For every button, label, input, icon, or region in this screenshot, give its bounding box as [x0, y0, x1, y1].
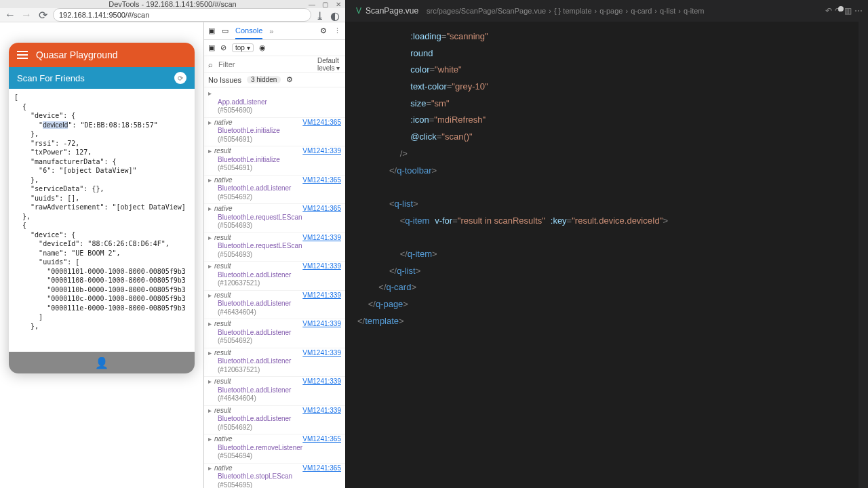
source-link[interactable]: VM1241:339: [302, 291, 341, 300]
vue-icon: V: [356, 6, 361, 16]
log-entry: ▸nativeVM1241:365BluetoothLe.addListener…: [204, 176, 345, 205]
app-footer: 👤: [9, 352, 195, 373]
expand-icon[interactable]: ▸: [208, 320, 212, 329]
filter-input[interactable]: [218, 60, 312, 68]
nav-back-icon[interactable]: ↶: [825, 6, 832, 16]
expand-icon[interactable]: ▸: [208, 435, 212, 444]
expand-icon[interactable]: ▸: [208, 407, 212, 415]
source-link[interactable]: VM1241:365: [302, 205, 341, 214]
log-entry: ▸nativeVM1241:365BluetoothLe.initialize(…: [204, 118, 345, 147]
minimize-icon[interactable]: —: [309, 1, 315, 7]
reload-icon[interactable]: ⟳: [37, 9, 49, 21]
breadcrumb: src/pages/ScanPage/ScanPage.vue› { } tem…: [427, 7, 704, 15]
context-select[interactable]: top▾: [232, 43, 254, 52]
source-link[interactable]: VM1241:339: [302, 147, 341, 156]
editor-tabbar: V ScanPage.vue src/pages/ScanPage/ScanPa…: [345, 0, 868, 22]
settings-icon[interactable]: ⚙: [320, 26, 327, 35]
expand-icon[interactable]: ▸: [208, 262, 212, 271]
log-entry: ▸nativeVM1241:365BluetoothLe.stopLEScan(…: [204, 464, 345, 489]
log-entry: ▸resultVM1241:339BluetoothLe.addListener…: [204, 262, 345, 291]
source-link[interactable]: VM1241:365: [302, 176, 341, 185]
source-link[interactable]: VM1241:365: [302, 435, 341, 444]
device-toggle-icon[interactable]: ▭: [222, 26, 229, 35]
device-preview: Quasar Playground Scan For Friends ⟳ [ {…: [0, 22, 203, 488]
json-output: [ { "device": { "deviceId": "DE:BB:08:18…: [9, 89, 195, 352]
source-link[interactable]: VM1241:339: [302, 349, 341, 358]
forward-icon[interactable]: →: [20, 9, 33, 21]
filter-icon: ⌕: [208, 60, 213, 68]
eye-icon[interactable]: ◉: [259, 43, 266, 52]
editor-more-icon[interactable]: ⋯: [854, 6, 863, 16]
log-entry: ▸resultVM1241:339BluetoothLe.addListener…: [204, 291, 345, 320]
expand-icon[interactable]: ▸: [208, 234, 212, 243]
log-entry: ▸App.addListener(#5054690): [204, 89, 345, 118]
console-toolbar: ▣ ⊘ top▾ ◉: [204, 40, 345, 56]
log-entry: ▸resultVM1241:339BluetoothLe.addListener…: [204, 406, 345, 435]
close-icon[interactable]: ✕: [336, 1, 342, 7]
profile-icon[interactable]: ◐: [330, 9, 341, 20]
browser-titlebar: DevTools - 192.168.1.141:9500/#/scan — ▢…: [0, 0, 345, 8]
person-icon[interactable]: 👤: [95, 357, 108, 369]
expand-icon[interactable]: ▸: [208, 464, 212, 473]
levels-select[interactable]: Default levels ▾: [317, 57, 341, 72]
log-entry: ▸resultVM1241:339BluetoothLe.addListener…: [204, 319, 345, 348]
devtools-tabs: ▣ ▭ Console » ⚙ ⋮: [204, 22, 345, 40]
toggle-sidebar-icon[interactable]: ▣: [208, 43, 215, 52]
url-input[interactable]: 192.168.1.141:9500/#/scan: [53, 8, 311, 22]
console-log: ▸App.addListener(#5054690)▸nativeVM1241:…: [204, 87, 345, 488]
gear-icon[interactable]: ⚙: [286, 75, 293, 84]
file-name: ScanPage.vue: [366, 6, 418, 16]
expand-icon[interactable]: ▸: [208, 349, 212, 358]
expand-icon[interactable]: ▸: [208, 89, 212, 98]
subheader-title: Scan For Friends: [17, 73, 85, 83]
devtools-panel: ▣ ▭ Console » ⚙ ⋮ ▣ ⊘ top▾ ◉ ⌕ Default l…: [203, 22, 345, 488]
source-link[interactable]: VM1241:365: [302, 119, 341, 127]
source-link[interactable]: VM1241:339: [302, 378, 341, 386]
expand-icon[interactable]: ▸: [208, 205, 212, 214]
app-header: Quasar Playground: [9, 43, 195, 67]
back-icon[interactable]: ←: [4, 9, 16, 21]
source-link[interactable]: VM1241:365: [302, 464, 341, 473]
source-link[interactable]: VM1241:339: [302, 234, 341, 243]
log-entry: ▸resultVM1241:339BluetoothLe.addListener…: [204, 377, 345, 406]
issues-label: No Issues: [208, 76, 241, 84]
browser-toolbar: ← → ⟳ 192.168.1.141:9500/#/scan ⤓ ◐: [0, 8, 345, 22]
hidden-pill[interactable]: 3 hidden: [247, 76, 281, 83]
app-title: Quasar Playground: [36, 49, 118, 60]
log-entry: ▸nativeVM1241:365BluetoothLe.removeListe…: [204, 434, 345, 464]
maximize-icon[interactable]: ▢: [322, 1, 329, 7]
dirty-indicator-icon: [838, 6, 844, 12]
expand-icon[interactable]: ▸: [208, 176, 212, 185]
expand-icon[interactable]: ▸: [208, 378, 212, 386]
tabs-overflow-icon[interactable]: »: [269, 27, 273, 35]
code-area[interactable]: :loading="scanning" round color="white" …: [345, 22, 868, 488]
install-icon[interactable]: ⤓: [315, 9, 326, 20]
expand-icon[interactable]: ▸: [208, 147, 212, 156]
minimap: [859, 22, 868, 488]
browser-window: DevTools - 192.168.1.141:9500/#/scan — ▢…: [0, 0, 345, 488]
phone-frame: Quasar Playground Scan For Friends ⟳ [ {…: [9, 43, 195, 373]
source-link[interactable]: VM1241:339: [302, 262, 341, 271]
log-entry: ▸resultVM1241:339BluetoothLe.requestLESc…: [204, 233, 345, 262]
log-entry: ▸resultVM1241:339BluetoothLe.addListener…: [204, 348, 345, 378]
source-link[interactable]: VM1241:339: [302, 407, 341, 415]
browser-title: DevTools - 192.168.1.141:9500/#/scan: [108, 0, 236, 8]
split-icon[interactable]: ▥: [844, 6, 852, 16]
app-subheader: Scan For Friends ⟳: [9, 67, 195, 89]
clear-console-icon[interactable]: ⊘: [220, 43, 226, 52]
source-link[interactable]: VM1241:339: [302, 320, 341, 329]
expand-icon[interactable]: ▸: [208, 291, 212, 300]
expand-icon[interactable]: ▸: [208, 119, 212, 127]
code-editor: V ScanPage.vue src/pages/ScanPage/ScanPa…: [345, 0, 868, 488]
log-entry: ▸nativeVM1241:365BluetoothLe.requestLESc…: [204, 204, 345, 233]
editor-tab[interactable]: V ScanPage.vue: [351, 0, 424, 22]
log-entry: ▸resultVM1241:339BluetoothLe.initialize(…: [204, 146, 345, 176]
menu-icon[interactable]: [17, 51, 28, 59]
inspect-icon[interactable]: ▣: [208, 26, 215, 35]
tab-console[interactable]: Console: [235, 22, 262, 39]
more-icon[interactable]: ⋮: [334, 26, 341, 35]
refresh-icon[interactable]: ⟳: [174, 72, 186, 84]
